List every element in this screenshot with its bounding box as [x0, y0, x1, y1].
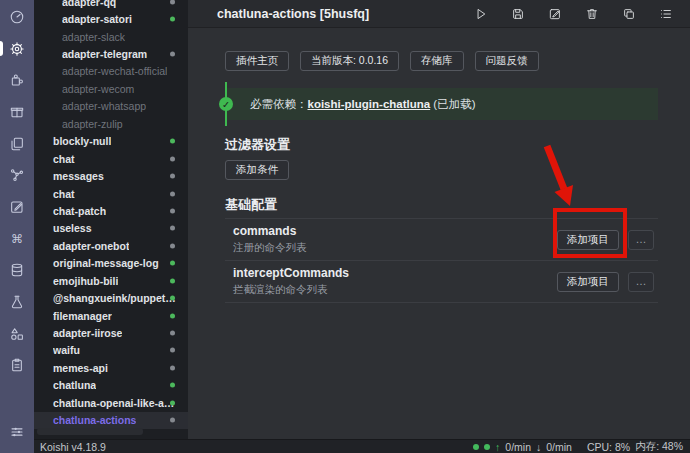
plugin-name: adapter-onebot — [53, 240, 129, 252]
config-row: interceptCommands 拦截渲染的命令列表 添加项目 … — [225, 261, 658, 303]
plugin-list-item[interactable]: chat — [34, 185, 188, 202]
add-condition-button[interactable]: 添加条件 — [225, 160, 289, 180]
config-key: interceptCommands — [233, 266, 557, 280]
plugin-list-item[interactable]: adapter-onebot — [34, 237, 188, 254]
bot-status-dot — [484, 444, 490, 450]
plugin-status-dot — [170, 17, 175, 22]
plugin-list-item[interactable]: filemanager — [34, 307, 188, 324]
rail-item[interactable] — [0, 1, 34, 33]
plugin-status-dot — [170, 348, 175, 353]
plugin-status-dot — [170, 296, 175, 301]
dependencies-icon — [9, 167, 25, 183]
rail-item[interactable] — [0, 286, 34, 318]
rail-item[interactable] — [0, 255, 34, 287]
filter-settings-title: 过滤器设置 — [225, 137, 658, 153]
rail-item[interactable] — [0, 33, 34, 65]
plugin-list-item[interactable]: messages — [34, 167, 188, 184]
plugin-link-button[interactable]: 插件主页 — [225, 51, 289, 71]
plugin-sidebar: adapter-qq adapter-satori adapter-slack … — [34, 0, 188, 439]
rail-item[interactable] — [0, 159, 34, 191]
add-item-button[interactable]: 添加项目 — [557, 230, 619, 250]
dependency-link[interactable]: koishi-plugin-chatluna — [308, 98, 431, 110]
plugin-name: adapter-satori — [62, 13, 132, 25]
download-rate: 0/min — [546, 441, 572, 453]
rail-item[interactable] — [0, 318, 34, 350]
plugin-name: chat — [53, 153, 75, 165]
plugin-name: chatluna — [53, 379, 96, 391]
plugin-list-item[interactable]: adapter-slack — [34, 28, 188, 45]
rename-button[interactable] — [548, 7, 562, 21]
plugin-name: useless — [53, 222, 92, 234]
plugin-list-item[interactable]: memes-api — [34, 359, 188, 376]
plugin-name: chatluna-openai-like-adapter — [53, 397, 179, 409]
activity-bar-spacer — [0, 381, 34, 416]
svg-text:⌘: ⌘ — [11, 232, 23, 246]
plugin-list-item[interactable]: emojihub-bili — [34, 272, 188, 289]
rail-item[interactable] — [0, 416, 34, 448]
more-options-button[interactable]: … — [628, 272, 654, 292]
config-rows: commands 注册的命令列表 添加项目 … interceptCommand… — [225, 218, 658, 303]
plugin-status-dot — [170, 261, 175, 266]
rail-item[interactable] — [0, 350, 34, 382]
plugin-status-dot — [170, 52, 175, 57]
run-icon — [474, 7, 488, 21]
plugin-list-item[interactable]: waifu — [34, 342, 188, 359]
plugin-name: original-message-log — [53, 257, 159, 269]
remove-button[interactable] — [585, 7, 599, 21]
plugin-list-item[interactable]: chatluna — [34, 377, 188, 394]
rail-item[interactable] — [0, 96, 34, 128]
plugin-name: adapter-wechat-official — [62, 65, 167, 77]
plugin-list-item[interactable]: adapter-qq — [34, 0, 188, 10]
rail-item[interactable] — [0, 191, 34, 223]
plugin-list-item[interactable]: original-message-log — [34, 255, 188, 272]
save-button[interactable] — [511, 7, 525, 21]
plugin-list-item[interactable]: adapter-whatsapp — [34, 98, 188, 115]
status-metrics: ↑ 0/min ↓ 0/min CPU: 8% 内存: 48% — [473, 440, 683, 453]
plugin-list-item[interactable]: chat-patch — [34, 202, 188, 219]
plugin-status-dot — [170, 156, 175, 161]
rail-item[interactable]: ⌘ — [0, 223, 34, 255]
rail-item[interactable] — [0, 64, 34, 96]
plugin-link-button[interactable]: 当前版本: 0.0.16 — [300, 51, 399, 71]
edit-icon — [9, 199, 25, 215]
add-item-button[interactable]: 添加项目 — [557, 272, 619, 292]
plugin-name: adapter-zulip — [62, 118, 123, 130]
plugin-list-item[interactable]: adapter-wechat-official — [34, 63, 188, 80]
commands-icon: ⌘ — [9, 231, 25, 247]
plugin-link-button[interactable]: 存储库 — [410, 51, 464, 71]
preferences-icon — [9, 424, 25, 440]
plugin-status-dot — [170, 226, 175, 231]
plugin-list-item[interactable]: adapter-wecom — [34, 80, 188, 97]
plugin-status-dot — [170, 0, 175, 4]
plugin-status-dot — [170, 278, 175, 283]
plugin-name: filemanager — [53, 310, 112, 322]
config-description: 拦截渲染的命令列表 — [233, 283, 557, 297]
plugin-links-toolbar: 插件主页当前版本: 0.0.16存储库问题反馈 — [225, 51, 658, 71]
more-options-button[interactable]: … — [628, 230, 654, 250]
plugin-list-item[interactable]: adapter-zulip — [34, 115, 188, 132]
plugin-name: adapter-iirose — [53, 327, 122, 339]
plugin-list-item[interactable]: blockly-null — [34, 133, 188, 150]
activity-bar-bottom — [0, 416, 34, 453]
manage-button[interactable] — [659, 7, 673, 21]
rail-item[interactable] — [0, 128, 34, 160]
config-content: 插件主页当前版本: 0.0.16存储库问题反馈 ✓ 必需依赖：koishi-pl… — [188, 28, 690, 303]
plugin-list-item[interactable]: useless — [34, 220, 188, 237]
plugin-list-item[interactable]: chatluna-openai-like-adapter — [34, 394, 188, 411]
plugin-list-item[interactable]: adapter-iirose — [34, 324, 188, 341]
plugin-list-item[interactable]: chatluna-actions — [34, 412, 188, 429]
activity-bar: ⌘ — [0, 0, 34, 453]
alert-prefix: 必需依赖： — [250, 98, 308, 110]
plugin-link-button[interactable]: 问题反馈 — [475, 51, 539, 71]
plugin-list-item[interactable]: @shangxueink/puppeteer-... — [34, 289, 188, 306]
plugin-name: @shangxueink/puppeteer-... — [53, 292, 179, 304]
clone-button[interactable] — [622, 7, 636, 21]
status-bar: Koishi v4.18.9 ↑ 0/min ↓ 0/min CPU: 8% 内… — [34, 439, 690, 453]
sidebar-horizontal-scrollbar[interactable] — [37, 428, 143, 435]
run-button[interactable] — [474, 7, 488, 21]
plugin-list-item[interactable]: adapter-satori — [34, 10, 188, 27]
config-key: commands — [233, 224, 557, 238]
plugin-list-item[interactable]: adapter-telegram — [34, 45, 188, 62]
plugin-name: chat — [53, 188, 75, 200]
plugin-list-item[interactable]: chat — [34, 150, 188, 167]
